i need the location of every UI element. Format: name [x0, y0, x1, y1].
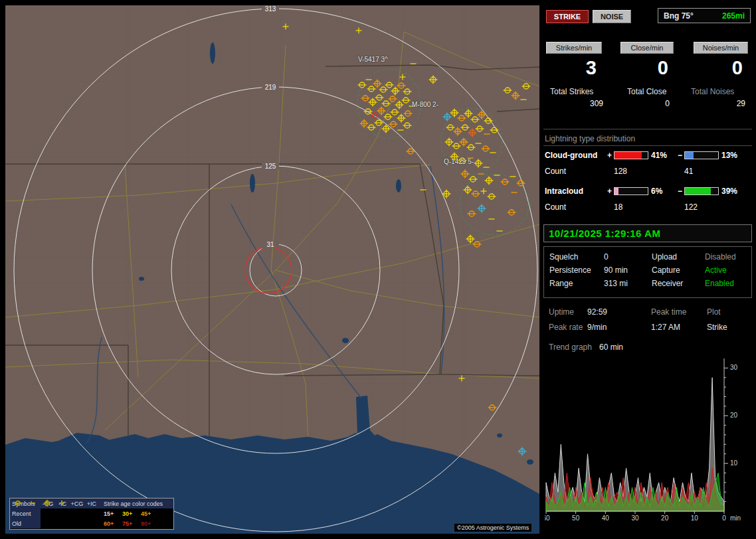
squelch-label: Squelch: [549, 252, 578, 262]
legend-cgp-icon: [44, 500, 50, 506]
lightning-map: 31321912531 V-5417 3^M-800 2-Q-1429 5- S…: [5, 5, 539, 534]
count-label: Count: [545, 167, 566, 176]
ic-negative-pct: 39%: [721, 187, 737, 196]
persistence-label: Persistence: [549, 266, 591, 275]
ic-negative-bar: [684, 187, 719, 195]
axis-tick-label: min: [730, 514, 741, 522]
noise-alarm-button[interactable]: NOISE: [593, 10, 631, 23]
strike-age-code: 30+: [122, 510, 138, 517]
persistence-value: 90 min: [604, 266, 628, 275]
strike-age-code: 60+: [104, 520, 120, 527]
close-per-min-value: 0: [620, 57, 674, 79]
capture-value: Active: [705, 266, 727, 275]
cg-negative-pct: 13%: [721, 151, 737, 160]
map-canvas: [5, 5, 539, 534]
uptime-label: Uptime: [549, 307, 574, 317]
legend-type-pos-ic: +IC: [84, 501, 99, 507]
cloud-ground-label: Cloud-ground: [545, 151, 597, 160]
count-label: Count: [545, 202, 566, 212]
plot-label: Plot: [707, 307, 721, 317]
status-panel: STRIKE NOISE Bng 75° 265mi Strikes/min C…: [543, 5, 753, 534]
bearing-label: Bng 75°: [664, 11, 694, 21]
squelch-value: 0: [604, 252, 609, 262]
capture-label: Capture: [652, 266, 680, 275]
axis-tick-label: 10: [691, 514, 699, 522]
upload-label: Upload: [652, 252, 677, 262]
strike-alarm-button[interactable]: STRIKE: [546, 10, 589, 23]
bearing-distance: 265mi: [722, 11, 745, 21]
total-noises-value: 29: [691, 99, 745, 108]
strikes-per-min-header[interactable]: Strikes/min: [546, 42, 602, 54]
distribution-title: Lightning type distribution: [545, 134, 635, 143]
plus-sign: +: [607, 187, 612, 196]
range-value: 313 mi: [604, 279, 628, 288]
peak-time-label: Peak time: [651, 307, 686, 317]
legend-recent-symbols: [41, 508, 102, 518]
plus-sign: +: [607, 151, 612, 160]
total-close-label: Total Close: [627, 87, 675, 96]
bearing-readout: Bng 75° 265mi: [658, 8, 751, 23]
map-legend: Symbols -CG -IC +CG +IC Strike age color…: [9, 498, 174, 530]
axis-tick-label: 30: [631, 514, 639, 522]
cg-positive-count: 128: [614, 167, 627, 176]
minus-sign: −: [678, 151, 682, 160]
datetime-box: 10/21/2025 1:29:16 AM: [543, 224, 752, 242]
legend-row-recent-label: Recent: [10, 508, 41, 518]
noises-per-min-value: 0: [694, 57, 748, 79]
axis-tick-label: 50: [572, 514, 580, 522]
range-label: Range: [549, 279, 573, 288]
axis-tick-label: 10: [730, 459, 738, 467]
ic-positive-count: 18: [614, 202, 622, 212]
peak-time-value: 1:27 AM: [651, 323, 680, 332]
total-close-value: 0: [627, 99, 670, 108]
peak-rate-label: Peak rate: [549, 323, 583, 332]
minus-sign: −: [678, 187, 682, 196]
ic-negative-count: 122: [684, 202, 698, 212]
total-strikes-value: 309: [550, 99, 603, 108]
axis-tick-label: 40: [602, 514, 610, 522]
legend-recent-ages: 15+30+45+: [102, 508, 173, 518]
receiver-value: Enabled: [705, 279, 734, 288]
strikes-per-min-value: 3: [546, 57, 602, 79]
legend-old-ages: 60+75+90+: [102, 518, 173, 528]
uptime-value: 92:59: [587, 307, 607, 317]
legend-age-header: Strike age color codes: [102, 499, 173, 508]
intracloud-label: Intracloud: [545, 187, 583, 196]
cg-positive-pct: 41%: [651, 151, 667, 160]
strike-age-code: 75+: [122, 520, 138, 527]
cg-positive-bar: [614, 151, 648, 159]
cg-negative-count: 41: [684, 167, 693, 176]
legend-type-pos-cg: +CG: [70, 501, 84, 507]
datetime: 10/21/2025 1:29:16 AM: [544, 228, 660, 239]
upload-value: Disabled: [705, 252, 736, 262]
ic-positive-bar: [614, 187, 648, 195]
legend-cgn-icon: [15, 501, 21, 505]
ic-positive-pct: 6%: [651, 187, 662, 196]
trend-graph-label: Trend graph: [549, 343, 592, 352]
strike-age-code: 45+: [141, 510, 157, 517]
axis-tick-label: 60: [545, 514, 550, 522]
total-noises-label: Total Noises: [691, 87, 748, 96]
receiver-status-box: Squelch 0 Upload Disabled Persistence 90…: [543, 246, 752, 298]
axis-tick-label: 20: [730, 412, 738, 419]
receiver-label: Receiver: [652, 279, 683, 288]
strike-age-code: 90+: [141, 520, 157, 527]
legend-icp-icon: [59, 501, 64, 506]
noises-per-min-header[interactable]: Noises/min: [694, 42, 748, 54]
axis-tick-label: 20: [661, 514, 669, 522]
strike-age-code: 15+: [104, 510, 120, 517]
legend-row-old-label: Old: [10, 518, 41, 528]
close-per-min-header[interactable]: Close/min: [620, 42, 674, 54]
cg-negative-bar: [684, 151, 719, 159]
peak-rate-value: 9/min: [587, 323, 607, 332]
trend-graph: 1020306050403020100min: [545, 356, 752, 526]
axis-tick-label: 30: [730, 364, 738, 371]
plot-value: Strike: [707, 323, 727, 332]
total-strikes-label: Total Strikes: [550, 87, 609, 96]
axis-tick-label: 0: [722, 514, 726, 522]
trend-window-value: 60 min: [599, 343, 623, 352]
divider: [543, 145, 752, 146]
legend-old-symbols: [41, 518, 102, 528]
divider: [543, 129, 752, 129]
copyright: ©2005 Astrogenic Systems: [454, 524, 531, 532]
